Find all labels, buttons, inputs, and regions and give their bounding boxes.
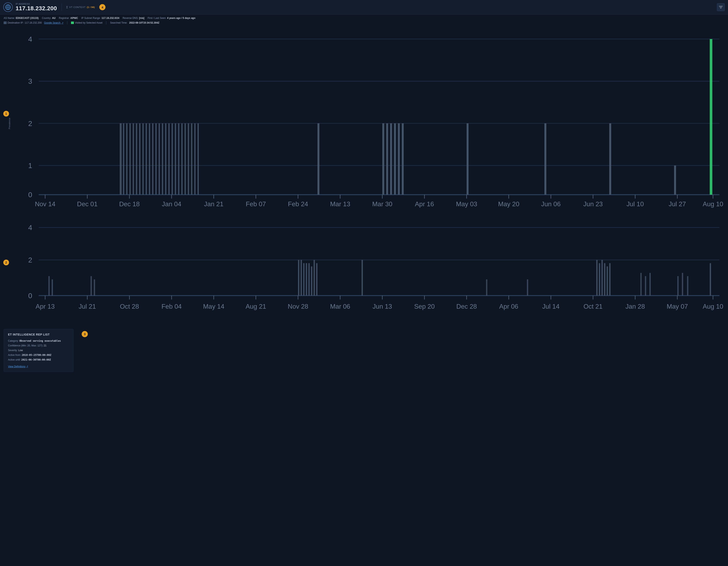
bottom-section: ET INTELLIGENCE REP LIST Category: Obser… [0,325,728,376]
dest-ip-legend-label: Destination IP: [8,21,24,24]
svg-rect-121 [710,263,711,296]
svg-rect-96 [90,276,92,296]
intel-card: ET INTELLIGENCE REP LIST Category: Obser… [4,329,73,372]
svg-rect-19 [126,123,127,195]
svg-text:Dec 28: Dec 28 [456,303,477,310]
svg-rect-53 [674,165,676,195]
svg-rect-32 [168,123,169,195]
svg-rect-30 [162,123,163,195]
svg-text:Nov 14: Nov 14 [35,200,55,208]
svg-text:0: 0 [28,191,32,199]
svg-rect-31 [165,123,166,195]
visited-legend: Visited by Selected Asset [71,21,103,24]
svg-rect-44 [386,123,388,195]
vt-count: (1 / 94) [87,6,95,8]
sigma-icon: Σ [66,6,68,9]
svg-text:May 20: May 20 [498,200,520,208]
svg-rect-114 [609,263,610,296]
svg-rect-23 [139,123,140,195]
chart2-container: 4 2 0 [13,221,726,325]
svg-rect-116 [645,276,646,296]
intel-confidence: Confidence (Min: 20, Max: 127): 21 [8,344,69,347]
svg-rect-40 [194,123,196,195]
svg-rect-33 [172,123,173,195]
svg-text:Apr 06: Apr 06 [499,303,518,310]
svg-text:4: 4 [28,224,32,231]
rdns-value: [n/a] [139,17,144,19]
legend-row: Destination IP: 117.18.232.200 Google Se… [0,21,728,26]
svg-text:Oct 28: Oct 28 [120,303,139,310]
country-value: AU [52,17,55,19]
seen-label: First / Last Seen: [148,17,166,19]
svg-rect-109 [596,260,598,296]
svg-text:Feb 04: Feb 04 [161,303,182,310]
svg-text:May 03: May 03 [456,200,477,208]
svg-rect-18 [123,123,124,195]
svg-rect-24 [142,123,144,195]
as-name-label: AS Name: [4,17,15,19]
svg-text:Apr 16: Apr 16 [415,200,434,208]
svg-text:3: 3 [28,77,32,85]
intel-active-until: Active until: 2021-06-30T00:00:00Z [8,358,69,362]
svg-rect-102 [308,263,310,296]
svg-text:May 14: May 14 [203,303,224,310]
google-search-link[interactable]: Google Search ↗ [44,21,63,24]
svg-rect-118 [677,276,679,296]
svg-rect-52 [710,39,712,195]
svg-rect-110 [599,263,600,296]
dest-ip-link[interactable]: 117.18.232.200 [25,21,42,24]
dest-ip-legend: Destination IP: 117.18.232.200 Google Se… [4,21,63,24]
intel-active-from: Active from: 2018-05-25T00:00:00Z [8,353,69,357]
svg-text:Jun 06: Jun 06 [541,200,561,208]
visited-label: Visited by Selected Asset [75,21,103,24]
svg-rect-25 [146,123,147,195]
svg-text:Jun 13: Jun 13 [373,303,392,310]
svg-rect-27 [152,123,153,195]
svg-text:Dec 18: Dec 18 [119,200,140,208]
svg-text:Oct 21: Oct 21 [584,303,603,310]
intel-category: Category: Observed serving executables [8,339,69,343]
svg-rect-115 [640,273,642,296]
svg-rect-20 [129,123,131,195]
svg-text:2: 2 [28,256,32,264]
svg-text:Mar 30: Mar 30 [372,200,392,208]
y-axis-label-1: Prevalence [8,26,12,221]
svg-rect-36 [181,123,183,195]
vt-context[interactable]: Σ VT CONTEXT (1 / 94) [66,6,95,9]
svg-text:Jun 23: Jun 23 [583,200,603,208]
badge-4[interactable]: 4 [99,4,105,10]
subnet-label: IP Subnet Range: [81,17,101,19]
svg-text:Feb 24: Feb 24 [288,200,308,208]
badge-2[interactable]: 2 [3,260,9,265]
rdns-label: Reverse DNS: [122,17,138,19]
svg-rect-21 [133,123,134,195]
svg-rect-108 [527,279,528,296]
registrar-value: APNIC [70,17,78,19]
view-definitions-link[interactable]: View Definitions ↗ [8,365,28,368]
svg-rect-26 [149,123,150,195]
svg-text:Jan 28: Jan 28 [625,303,645,310]
svg-text:Jan 04: Jan 04 [162,200,181,208]
svg-rect-97 [94,279,95,296]
svg-text:2: 2 [28,120,32,127]
svg-text:4: 4 [28,35,32,43]
header: IP ADDRESS 117.18.232.200 Σ VT CONTEXT (… [0,0,728,15]
badge-3[interactable]: 3 [82,331,88,337]
svg-text:Aug 21: Aug 21 [246,303,266,310]
dest-ip-box [4,22,7,24]
ip-icon [3,2,13,12]
svg-text:Jul 21: Jul 21 [79,303,96,310]
ip-address: 117.18.232.200 [16,5,57,12]
svg-text:Mar 13: Mar 13 [330,200,350,208]
svg-text:Jul 14: Jul 14 [542,303,560,310]
svg-rect-101 [306,263,307,296]
badge-1[interactable]: 1 [3,111,9,117]
filter-button[interactable] [717,3,725,11]
svg-text:Aug 10: Aug 10 [703,303,723,310]
svg-text:Jul 27: Jul 27 [669,200,686,208]
header-text: IP ADDRESS 117.18.232.200 [16,3,57,12]
svg-rect-117 [649,273,651,296]
svg-rect-17 [120,123,121,195]
svg-rect-111 [601,260,603,296]
svg-rect-103 [311,266,312,296]
